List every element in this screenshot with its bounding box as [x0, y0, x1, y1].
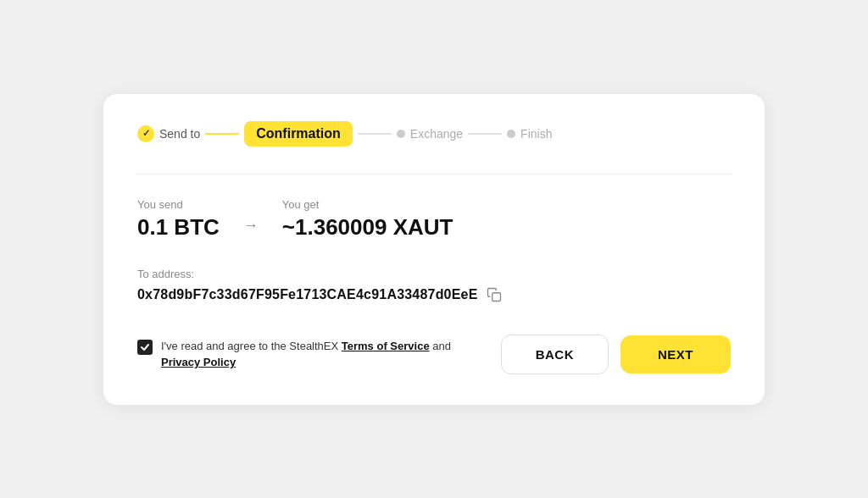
main-card: ✓ Send to Confirmation Exchange Finish Y…	[103, 94, 765, 405]
step-exchange: Exchange	[397, 127, 463, 141]
step-line-3	[468, 133, 502, 135]
step-finish-dot	[507, 130, 515, 138]
send-label: You send	[137, 198, 220, 211]
svg-rect-0	[492, 292, 500, 301]
step-confirmation-label: Confirmation	[256, 126, 341, 141]
exchange-summary: You send 0.1 BTC → You get ~1.360009 XAU…	[137, 198, 731, 241]
terms-text-before: I've read and agree to the StealthEX	[161, 340, 342, 352]
bottom-row: I've read and agree to the StealthEX Ter…	[137, 335, 731, 374]
checkbox-check-icon	[140, 342, 150, 352]
get-value: ~1.360009 XAUT	[282, 214, 453, 241]
send-col: You send 0.1 BTC	[137, 198, 220, 241]
action-buttons: BACK NEXT	[501, 335, 731, 374]
divider-top	[137, 174, 731, 174]
step-send-to-label: Send to	[159, 127, 200, 141]
terms-section: I've read and agree to the StealthEX Ter…	[137, 338, 459, 371]
privacy-policy-link[interactable]: Privacy Policy	[161, 356, 236, 368]
step-exchange-label: Exchange	[410, 127, 463, 141]
back-button[interactable]: BACK	[501, 335, 609, 374]
step-line-1	[205, 133, 239, 135]
step-send-to: ✓ Send to	[137, 125, 200, 142]
step-finish-label: Finish	[520, 127, 552, 141]
get-col: You get ~1.360009 XAUT	[282, 198, 453, 241]
step-check-icon: ✓	[137, 125, 154, 142]
next-button[interactable]: NEXT	[620, 335, 731, 374]
address-row: 0x78d9bF7c33d67F95Fe1713CAE4c91A33487d0E…	[137, 285, 731, 304]
terms-of-service-link[interactable]: Terms of Service	[342, 340, 430, 352]
copy-address-button[interactable]	[485, 285, 504, 304]
step-bar: ✓ Send to Confirmation Exchange Finish	[137, 121, 731, 147]
step-line-2	[358, 133, 392, 135]
address-label: To address:	[137, 268, 731, 280]
address-section: To address: 0x78d9bF7c33d67F95Fe1713CAE4…	[137, 268, 731, 304]
arrow-icon: →	[243, 217, 259, 235]
step-confirmation: Confirmation	[244, 121, 353, 147]
address-value: 0x78d9bF7c33d67F95Fe1713CAE4c91A33487d0E…	[137, 287, 478, 302]
send-value: 0.1 BTC	[137, 214, 220, 241]
step-exchange-dot	[397, 130, 405, 138]
step-finish: Finish	[507, 127, 552, 141]
terms-and-text: and	[430, 340, 451, 352]
get-label: You get	[282, 198, 453, 211]
copy-icon	[487, 287, 502, 302]
terms-text: I've read and agree to the StealthEX Ter…	[161, 338, 459, 371]
terms-checkbox[interactable]	[137, 340, 153, 355]
